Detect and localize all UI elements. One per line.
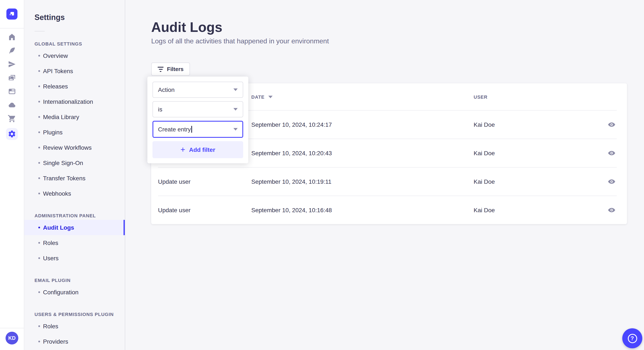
plus-icon: + — [180, 145, 185, 153]
sidebar-item-overview[interactable]: Overview — [24, 48, 125, 63]
sidebar-item-configuration[interactable]: Configuration — [24, 285, 125, 300]
sidebar-item-releases[interactable]: Releases — [24, 79, 125, 94]
sidebar-item-roles[interactable]: Roles — [24, 235, 125, 250]
sidebar-item-label: Roles — [43, 239, 58, 246]
sidebar-section-label: GLOBAL SETTINGS — [24, 39, 125, 48]
strapi-logo-icon[interactable] — [6, 8, 18, 19]
cell-user: Kai Doe — [474, 178, 584, 185]
eye-icon[interactable] — [606, 175, 618, 187]
sidebar-item-label: Audit Logs — [43, 224, 74, 231]
sidebar-item-single-sign-on[interactable]: Single Sign-On — [24, 155, 125, 171]
sidebar-section-label: ADMINISTRATION PANEL — [24, 211, 125, 220]
sidebar-item-transfer-tokens[interactable]: Transfer Tokens — [24, 171, 125, 186]
chevron-down-icon — [234, 88, 238, 91]
add-filter-button[interactable]: + Add filter — [152, 141, 243, 158]
cell-action: Update user — [151, 178, 251, 185]
paper-plane-icon[interactable] — [8, 60, 16, 68]
sidebar-item-api-tokens[interactable]: API Tokens — [24, 63, 125, 79]
filter-icon — [158, 67, 164, 72]
settings-gear-icon[interactable] — [6, 128, 18, 140]
sidebar-item-label: Transfer Tokens — [43, 175, 86, 181]
bullet-icon — [38, 227, 40, 228]
column-header-user: USER — [474, 94, 584, 99]
cloud-icon[interactable] — [8, 101, 16, 109]
cell-date: September 10, 2024, 10:16:48 — [251, 206, 474, 213]
sidebar-item-plugins[interactable]: Plugins — [24, 125, 125, 140]
sidebar-item-users[interactable]: Users — [24, 250, 125, 266]
rail-divider — [0, 328, 24, 328]
sidebar-section-label: USERS & PERMISSIONS PLUGIN — [24, 310, 125, 319]
rail-nav — [6, 33, 18, 140]
avatar[interactable]: KD — [6, 332, 18, 345]
sidebar-section: GLOBAL SETTINGS Overview API Tokens Rele… — [24, 39, 125, 201]
sidebar-divider — [34, 31, 45, 31]
sidebar-item-roles[interactable]: Roles — [24, 319, 125, 334]
eye-icon[interactable] — [606, 204, 618, 216]
media-library-icon[interactable] — [8, 74, 16, 82]
sort-descending-icon — [268, 95, 272, 98]
bullet-icon — [38, 85, 40, 87]
help-button[interactable]: ? — [622, 328, 642, 348]
table-row[interactable]: Update user September 10, 2024, 10:16:48… — [151, 196, 627, 224]
layout-icon[interactable] — [8, 87, 16, 96]
sidebar-item-review-workflows[interactable]: Review Workflows — [24, 140, 125, 155]
column-header-date-label: DATE — [251, 94, 264, 99]
bullet-icon — [38, 101, 40, 103]
bullet-icon — [38, 257, 40, 259]
feather-icon[interactable] — [8, 46, 16, 55]
page-title: Audit Logs — [151, 19, 627, 36]
filter-operator-select[interactable]: is — [152, 101, 243, 117]
rail-divider — [0, 28, 24, 28]
sidebar-item-label: Internationalization — [43, 98, 93, 105]
sidebar-item-webhooks[interactable]: Webhooks — [24, 186, 125, 201]
home-icon[interactable] — [8, 33, 16, 41]
cell-date: September 10, 2024, 10:19:11 — [251, 178, 474, 185]
sidebar-section-items: Audit Logs Roles Users — [24, 220, 125, 266]
sidebar-item-label: Providers — [43, 338, 68, 345]
sidebar-sections: GLOBAL SETTINGS Overview API Tokens Rele… — [24, 39, 125, 349]
bullet-icon — [38, 55, 40, 57]
bullet-icon — [38, 147, 40, 149]
eye-icon[interactable] — [606, 147, 618, 159]
bullet-icon — [38, 116, 40, 118]
column-header-date[interactable]: DATE — [251, 94, 474, 99]
cell-user: Kai Doe — [474, 150, 584, 156]
bullet-icon — [38, 193, 40, 194]
sidebar-item-providers[interactable]: Providers — [24, 334, 125, 349]
sidebar-item-internationalization[interactable]: Internationalization — [24, 94, 125, 109]
question-mark-icon: ? — [628, 334, 637, 343]
add-filter-label: Add filter — [189, 146, 215, 153]
table-row[interactable]: Update user September 10, 2024, 10:19:11… — [151, 167, 627, 196]
sidebar-item-label: Configuration — [43, 289, 78, 296]
filters-button-label: Filters — [167, 66, 184, 72]
eye-icon[interactable] — [606, 118, 618, 130]
bullet-icon — [38, 341, 40, 342]
cell-user: Kai Doe — [474, 206, 584, 213]
sidebar-item-audit-logs[interactable]: Audit Logs — [24, 220, 125, 235]
sidebar-section: EMAIL PLUGIN Configuration — [24, 276, 125, 300]
sidebar-section: USERS & PERMISSIONS PLUGIN Roles Provide… — [24, 310, 125, 349]
sidebar-section-items: Configuration — [24, 285, 125, 300]
filter-value-text: Create entry — [158, 126, 191, 133]
cart-icon[interactable] — [8, 114, 16, 123]
bullet-icon — [38, 242, 40, 244]
sidebar-section-label: EMAIL PLUGIN — [24, 276, 125, 285]
filter-field-value: Action — [158, 86, 175, 93]
app: KD Settings GLOBAL SETTINGS Overview API… — [0, 0, 644, 350]
page-subtitle: Logs of all the activities that happened… — [151, 37, 627, 46]
cell-date: September 10, 2024, 10:20:43 — [251, 150, 474, 156]
filter-value-combobox[interactable]: Create entry — [152, 121, 243, 138]
bullet-icon — [38, 325, 40, 327]
filter-popup: Action is Create entry + Add filter — [147, 77, 248, 163]
chevron-down-icon — [234, 128, 238, 131]
bullet-icon — [38, 70, 40, 72]
filters-button[interactable]: Filters — [151, 62, 190, 76]
sidebar-item-media-library[interactable]: Media Library — [24, 109, 125, 125]
bullet-icon — [38, 131, 40, 133]
text-cursor — [191, 126, 192, 133]
sidebar-item-label: Users — [43, 255, 58, 262]
sidebar-item-label: Overview — [43, 52, 68, 59]
bullet-icon — [38, 177, 40, 179]
sidebar-title: Settings — [34, 13, 125, 22]
filter-field-select[interactable]: Action — [152, 82, 243, 98]
